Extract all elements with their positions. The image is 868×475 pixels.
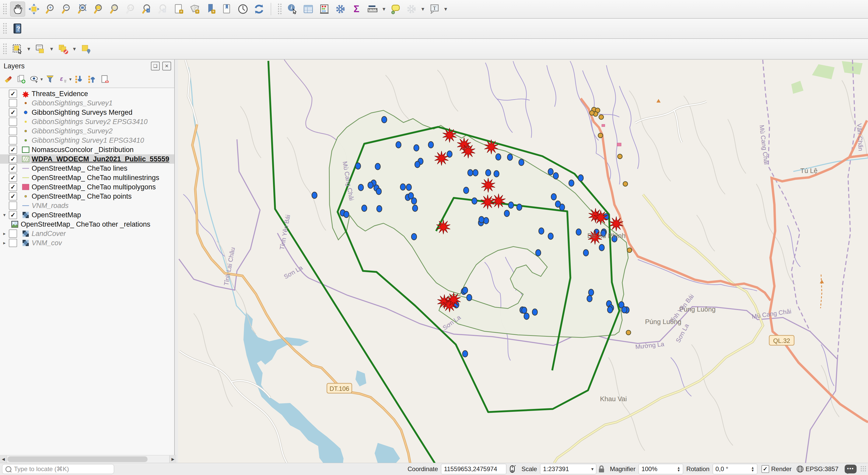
- scroll-left-arrow[interactable]: ◀: [0, 455, 7, 463]
- layer-expander[interactable]: ▾: [0, 212, 9, 218]
- map-tips-button[interactable]: [388, 2, 403, 16]
- layer-visibility-checkbox[interactable]: [9, 99, 17, 107]
- manage-map-themes-dropdown[interactable]: ▾: [40, 76, 43, 82]
- toolbar-drag-handle[interactable]: [277, 3, 282, 15]
- scrollbar-thumb[interactable]: [7, 456, 148, 462]
- layer-item-gibbonsighting-surveys-merged[interactable]: ✓GibbonSighting Surveys Merged: [0, 108, 174, 117]
- layer-visibility-checkbox[interactable]: ✓: [9, 164, 17, 172]
- scroll-right-arrow[interactable]: ▶: [169, 455, 176, 463]
- zoom-last-button[interactable]: ‹: [139, 2, 154, 16]
- render-checkbox[interactable]: ✓: [762, 465, 769, 473]
- layer-item-threats-evidence[interactable]: ✓Threats_Evidence: [0, 89, 174, 98]
- layer-visibility-checkbox[interactable]: ✓: [9, 145, 17, 154]
- layer-item-openstreetmap-chetao-points[interactable]: ✓OpenStreetMap_ CheTao points: [0, 192, 174, 201]
- layer-item-openstreetmap-chetao-multilinestrings[interactable]: ✓OpenStreetMap_ CheTao multilinestrings: [0, 173, 174, 182]
- run-feature-action-dropdown[interactable]: ▾: [420, 2, 426, 16]
- toolbar-drag-handle[interactable]: [3, 23, 7, 34]
- filter-expression-dropdown[interactable]: ▾: [69, 76, 71, 82]
- expand-all-button[interactable]: [73, 73, 85, 85]
- layer-item-vnm-roads[interactable]: VNM_roads: [0, 201, 174, 210]
- toolbar-drag-handle[interactable]: [3, 43, 7, 55]
- pan-to-selection-button[interactable]: [27, 2, 41, 16]
- panel-float-button[interactable]: ❏: [151, 62, 160, 70]
- layer-item-openstreetmap-chetao-lines[interactable]: ✓OpenStreetMap_ CheTao lines: [0, 164, 174, 173]
- help-button[interactable]: ?: [10, 21, 25, 36]
- new-map-view-button[interactable]: ✳: [172, 2, 186, 16]
- resize-grip[interactable]: [860, 466, 867, 472]
- toolbar-drag-handle[interactable]: [3, 3, 7, 15]
- filter-expression-button[interactable]: ε: [57, 73, 69, 85]
- spinner-arrows[interactable]: ▲▼: [677, 466, 680, 472]
- zoom-in-button[interactable]: +: [43, 2, 57, 16]
- layer-expander[interactable]: ▸: [0, 240, 9, 246]
- select-features-button[interactable]: [10, 42, 25, 56]
- layer-visibility-checkbox[interactable]: ✓: [9, 192, 17, 200]
- layer-item-openstreetmap[interactable]: ▾✓OpenStreetMap: [0, 210, 174, 219]
- locator-input[interactable]: Type to locate (⌘K): [2, 464, 114, 474]
- refresh-button[interactable]: [252, 2, 266, 16]
- zoom-to-layer-button[interactable]: [91, 2, 105, 16]
- field-calculator-button[interactable]: [317, 2, 332, 16]
- measure-button[interactable]: [365, 2, 380, 16]
- layer-visibility-checkbox[interactable]: [9, 127, 17, 135]
- scale-combobox[interactable]: 1:237391 ▾: [540, 464, 596, 474]
- attribute-table-button[interactable]: [301, 2, 315, 16]
- select-features-dropdown[interactable]: ▾: [25, 42, 32, 56]
- layer-visibility-checkbox[interactable]: [9, 230, 17, 238]
- filter-legend-button[interactable]: [44, 73, 56, 85]
- messages-button[interactable]: •••: [845, 465, 857, 473]
- layer-expander[interactable]: ▸: [0, 231, 9, 236]
- layer-item-gibbonsightings-survey2[interactable]: GibbonSightings_Survey2: [0, 126, 174, 136]
- panel-close-button[interactable]: ✕: [162, 62, 171, 70]
- coordinate-input[interactable]: 11559653,2475974: [441, 464, 506, 474]
- layer-visibility-checkbox[interactable]: [9, 117, 17, 126]
- lock-scale-icon[interactable]: [598, 465, 605, 473]
- temporal-controller-button[interactable]: [236, 2, 250, 16]
- layer-item-nomascusconcolor-distribution[interactable]: ✓NomascusConcolor _Distribution: [0, 145, 174, 155]
- zoom-full-button[interactable]: [75, 2, 89, 16]
- new-3d-map-view-button[interactable]: ✳: [187, 2, 202, 16]
- layer-visibility-checkbox[interactable]: [9, 202, 17, 210]
- measure-dropdown[interactable]: ▾: [381, 2, 388, 16]
- layer-visibility-checkbox[interactable]: [9, 239, 17, 247]
- layer-visibility-checkbox[interactable]: ✓: [9, 155, 17, 163]
- show-spatial-bookmarks-button[interactable]: [220, 2, 234, 16]
- identify-features-button[interactable]: i: [285, 2, 300, 16]
- layer-item-wdpa-wdoecm-jun2021-public-55559[interactable]: ✓WDPA_WDOECM_Jun2021_Public_55559: [0, 155, 174, 164]
- layers-panel-hscrollbar[interactable]: ◀ ▶: [0, 455, 176, 463]
- open-layer-styling-button[interactable]: [3, 73, 14, 85]
- layer-item-gibbonsightings-survey1[interactable]: GibbonSightings_Survey1: [0, 98, 174, 108]
- layer-item-openstreetmap-chetao-multipolygons[interactable]: ✓OpenStreetMap_ CheTao multipolygons: [0, 182, 174, 192]
- manage-map-themes-button[interactable]: [29, 73, 40, 85]
- layer-item-vnm-cov[interactable]: ▸VNM_cov: [0, 238, 174, 248]
- statistical-summary-button[interactable]: Σ: [349, 2, 364, 16]
- layer-visibility-checkbox[interactable]: ✓: [9, 90, 17, 98]
- new-spatial-bookmark-button[interactable]: ✳: [204, 2, 218, 16]
- processing-toolbox-button[interactable]: [333, 2, 348, 16]
- text-annotation-button[interactable]: T: [427, 2, 441, 16]
- layer-visibility-checkbox[interactable]: ✓: [9, 211, 17, 219]
- deselect-features-dropdown[interactable]: ▾: [71, 42, 78, 56]
- layer-item-openstreetmap-chetao-other-relations[interactable]: OpenStreetMap_ CheTao other _relations: [0, 219, 174, 229]
- select-by-value-button[interactable]: [33, 42, 48, 56]
- layer-item-gibbonsighting-survey1-epsg3410[interactable]: GibbonSighting Survey1 EPSG3410: [0, 136, 174, 145]
- layer-visibility-checkbox[interactable]: ✓: [9, 173, 17, 182]
- select-by-location-button[interactable]: [79, 42, 93, 56]
- magnifier-spinbox[interactable]: 100% ▲▼: [639, 464, 683, 474]
- zoom-to-selection-button[interactable]: [107, 2, 122, 16]
- collapse-all-button[interactable]: [86, 73, 97, 85]
- layer-visibility-checkbox[interactable]: [9, 136, 17, 144]
- select-by-value-dropdown[interactable]: ▾: [48, 42, 55, 56]
- zoom-out-button[interactable]: −: [59, 2, 73, 16]
- layer-item-gibbonsightings-survey2-epsg3410[interactable]: GibbonSightings Survey2 EPSG3410: [0, 117, 174, 126]
- deselect-features-button[interactable]: [56, 42, 70, 56]
- spinner-arrows[interactable]: ▲▼: [751, 466, 754, 472]
- remove-layer-button[interactable]: [99, 73, 111, 85]
- extents-toggle-icon[interactable]: [508, 465, 517, 473]
- rotation-spinbox[interactable]: 0,0 ° ▲▼: [713, 464, 757, 474]
- text-annotation-dropdown[interactable]: ▾: [442, 2, 449, 16]
- map-canvas[interactable]: Dế Xu PhìnhPúng LuôngPúng LuôngTú LệKhau…: [178, 60, 868, 463]
- layer-item-landcover[interactable]: ▸LandCover: [0, 229, 174, 238]
- crs-indicator[interactable]: EPSG:3857: [806, 466, 838, 473]
- layer-visibility-checkbox[interactable]: ✓: [9, 108, 17, 116]
